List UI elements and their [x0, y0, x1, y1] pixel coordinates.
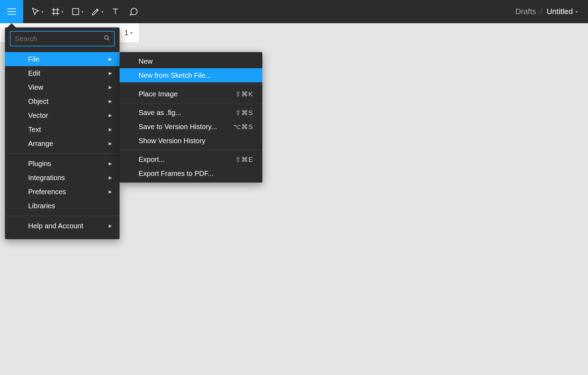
menu-search-box — [10, 31, 115, 46]
keyboard-shortcut: ⌥⌘S — [233, 123, 253, 131]
text-tool[interactable] — [107, 5, 124, 19]
menu-item-label: Plugins — [28, 160, 51, 168]
chevron-right-icon: ▶ — [109, 161, 112, 166]
chevron-down-icon: ▾ — [62, 10, 63, 14]
submenu-item-export[interactable]: Export...⇧⌘E — [120, 152, 262, 166]
menu-item-label: Help and Account — [28, 222, 83, 230]
frame-icon — [51, 7, 60, 16]
submenu-item-new-from-sketch-file[interactable]: New from Sketch File... — [120, 68, 262, 82]
main-menu: File▶Edit▶View▶Object▶Vector▶Text▶Arrang… — [5, 27, 120, 239]
menu-item-integrations[interactable]: Integrations▶ — [5, 171, 120, 185]
page-selector[interactable]: 1 ▾ — [124, 29, 133, 37]
chevron-right-icon: ▶ — [109, 99, 112, 104]
frame-tool[interactable]: ▾ — [47, 5, 65, 19]
chevron-right-icon: ▶ — [109, 71, 112, 76]
menu-item-object[interactable]: Object▶ — [5, 94, 120, 108]
search-icon — [104, 35, 110, 43]
submenu-item-label: Place Image — [139, 90, 178, 98]
menu-item-view[interactable]: View▶ — [5, 80, 120, 94]
breadcrumb-separator: / — [540, 7, 542, 16]
pen-icon — [91, 7, 100, 16]
tool-group: ▾ ▾ ▾ ▾ — [23, 5, 146, 19]
hamburger-icon — [7, 8, 16, 15]
menu-item-label: Preferences — [28, 188, 66, 196]
submenu-item-label: Save as .fig... — [139, 109, 181, 117]
menu-item-label: Edit — [28, 69, 40, 77]
pen-tool[interactable]: ▾ — [87, 5, 106, 19]
menu-item-label: View — [28, 83, 43, 91]
chevron-right-icon: ▶ — [109, 57, 112, 62]
chevron-right-icon: ▶ — [109, 141, 112, 146]
chevron-right-icon: ▶ — [109, 113, 112, 118]
chevron-right-icon: ▶ — [109, 85, 112, 90]
chevron-right-icon: ▶ — [109, 175, 112, 180]
menu-item-label: Object — [28, 97, 49, 106]
menu-divider — [120, 103, 262, 103]
submenu-item-save-to-version-history[interactable]: Save to Version History...⌥⌘S — [120, 120, 262, 134]
keyboard-shortcut: ⇧⌘K — [235, 90, 253, 98]
menu-item-text[interactable]: Text▶ — [5, 122, 120, 136]
menu-item-label: Arrange — [28, 140, 53, 148]
breadcrumb-title[interactable]: Untitled ▾ — [547, 7, 577, 16]
menu-item-label: File — [28, 55, 39, 63]
menu-item-label: Integrations — [28, 174, 65, 182]
svg-rect-0 — [72, 8, 78, 14]
text-icon — [111, 7, 120, 16]
breadcrumb: Drafts / Untitled ▾ — [516, 7, 588, 16]
breadcrumb-parent[interactable]: Drafts — [516, 7, 536, 16]
menu-item-label: Text — [28, 126, 41, 134]
menu-item-help-and-account[interactable]: Help and Account▶ — [5, 219, 120, 233]
submenu-item-label: New from Sketch File... — [139, 71, 211, 80]
chevron-down-icon: ▾ — [130, 31, 133, 35]
menu-item-plugins[interactable]: Plugins▶ — [5, 157, 120, 171]
comment-icon — [129, 7, 138, 16]
submenu-item-show-version-history[interactable]: Show Version History — [120, 134, 262, 148]
shape-tool[interactable]: ▾ — [67, 5, 85, 19]
menu-item-preferences[interactable]: Preferences▶ — [5, 185, 120, 199]
top-toolbar: ▾ ▾ ▾ ▾ Drafts / Untitled ▾ — [0, 0, 588, 23]
submenu-item-label: Show Version History — [139, 137, 205, 145]
file-submenu: NewNew from Sketch File...Place Image⇧⌘K… — [120, 52, 262, 183]
rectangle-icon — [71, 7, 80, 16]
file-title: Untitled — [547, 7, 573, 16]
cursor-icon — [31, 7, 40, 16]
chevron-down-icon: ▾ — [102, 10, 103, 14]
search-input[interactable] — [15, 35, 104, 43]
menu-item-libraries[interactable]: Libraries — [5, 199, 120, 213]
keyboard-shortcut: ⇧⌘S — [235, 109, 253, 117]
submenu-item-label: New — [139, 57, 153, 65]
submenu-item-export-frames-to-pdf[interactable]: Export Frames to PDF... — [120, 166, 262, 180]
menu-item-arrange[interactable]: Arrange▶ — [5, 136, 120, 151]
chevron-down-icon: ▾ — [576, 10, 577, 14]
submenu-item-label: Export... — [139, 155, 165, 164]
menu-item-label: Libraries — [28, 202, 55, 210]
chevron-right-icon: ▶ — [109, 127, 112, 132]
chevron-down-icon: ▾ — [82, 10, 83, 14]
svg-point-1 — [104, 36, 108, 39]
comment-tool[interactable] — [125, 5, 142, 19]
submenu-item-label: Save to Version History... — [139, 123, 217, 131]
submenu-item-save-as-fig[interactable]: Save as .fig...⇧⌘S — [120, 106, 262, 120]
chevron-right-icon: ▶ — [109, 189, 112, 194]
chevron-down-icon: ▾ — [41, 10, 43, 14]
menu-divider — [120, 84, 262, 85]
menu-search-wrap — [5, 27, 120, 49]
move-tool[interactable]: ▾ — [27, 5, 45, 19]
menu-item-edit[interactable]: Edit▶ — [5, 66, 120, 80]
page-label-suffix: 1 — [124, 29, 128, 37]
menu-item-vector[interactable]: Vector▶ — [5, 108, 120, 122]
main-menu-button[interactable] — [0, 0, 23, 23]
keyboard-shortcut: ⇧⌘E — [235, 155, 253, 164]
submenu-item-label: Export Frames to PDF... — [139, 170, 213, 178]
chevron-right-icon: ▶ — [109, 223, 112, 228]
menu-divider — [120, 150, 262, 150]
menu-item-label: Vector — [28, 112, 48, 120]
menu-item-file[interactable]: File▶ — [5, 52, 120, 66]
submenu-item-place-image[interactable]: Place Image⇧⌘K — [120, 87, 262, 101]
submenu-item-new[interactable]: New — [120, 54, 262, 68]
